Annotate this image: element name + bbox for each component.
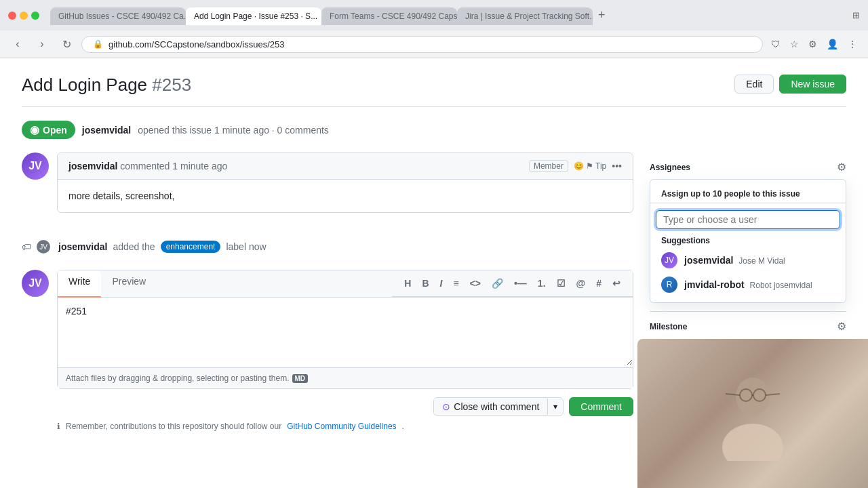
comment-textarea[interactable]: #251 — [58, 298, 633, 365]
page-header: Add Login Page #253 Edit New issue — [22, 58, 846, 107]
extensions-button[interactable]: ⚙ — [806, 36, 820, 52]
header-actions: Edit New issue — [734, 75, 846, 94]
browser-tab-2[interactable]: Add Login Page · Issue #253 · S... ✕ — [186, 7, 321, 25]
browser-tab-3[interactable]: Form Teams - CSCE 490/492 Caps... — [321, 7, 457, 25]
url-text: github.com/SCCapstone/sandbox/issues/253 — [108, 39, 284, 49]
suggestions-label: Suggestions — [650, 233, 846, 248]
task-list-button[interactable]: ☑ — [553, 276, 570, 291]
editor-container: Write Preview H B I ≡ <> 🔗 •— — [57, 270, 633, 436]
assignees-section: Assignees ⚙ Assign up to 10 people to th… — [650, 152, 846, 312]
suggestion-avatar-robot: R — [661, 277, 677, 293]
nav-actions: 🛡 ☆ ⚙ 👤 ⋮ — [768, 36, 860, 52]
milestone-gear-button[interactable]: ⚙ — [837, 320, 846, 333]
maximize-window-button[interactable] — [31, 12, 39, 20]
more-options-button[interactable]: ••• — [612, 161, 622, 171]
reference-button[interactable]: # — [592, 276, 606, 291]
code-button[interactable]: <> — [466, 276, 485, 291]
tip-label: ⚑ Tip — [586, 161, 606, 171]
suggestion-josemvidal[interactable]: JV josemvidal Jose M Vidal — [650, 248, 846, 272]
markdown-icon: MD — [292, 374, 309, 383]
comment-container: josemvidal commented 1 minute ago Member… — [57, 152, 633, 224]
member-badge: Member — [529, 160, 568, 172]
heading-button[interactable]: H — [400, 276, 415, 291]
tag-icon: 🏷 — [22, 241, 31, 252]
suggestion-avatar-jv: JV — [661, 252, 677, 268]
assignees-section-title: Assignees ⚙ — [650, 161, 846, 174]
comment-button[interactable]: Comment — [569, 397, 633, 416]
suggestion-info-jv: josemvidal Jose M Vidal — [684, 255, 785, 266]
dropdown-header: Assign up to 10 people to this issue — [650, 185, 846, 203]
browser-tabs: GitHub Issues - CSCE 490/492 Ca... Add L… — [50, 5, 847, 25]
comment-time: commented 1 minute ago — [120, 161, 227, 171]
assignee-search-input[interactable] — [656, 210, 840, 229]
write-tab[interactable]: Write — [58, 270, 101, 298]
browser-controls: ⊞ — [852, 10, 860, 20]
comment-section: JV josemvidal commented 1 minute ago Mem… — [22, 152, 633, 224]
window-controls — [8, 12, 39, 20]
assignees-dropdown: Assign up to 10 people to this issue Sug… — [650, 179, 846, 303]
assignees-label: Assignees — [650, 163, 690, 172]
activity-item: 🏷 JV josemvidal added the enhancement la… — [22, 235, 633, 259]
new-tab-button[interactable]: + — [593, 5, 611, 25]
webcam-placeholder — [637, 339, 868, 485]
label-tag[interactable]: enhancement — [161, 241, 221, 253]
issue-author[interactable]: josemvidal — [82, 125, 131, 136]
browser-tab-4[interactable]: Jira | Issue & Project Tracking Soft... — [457, 7, 593, 25]
issue-opened-text: opened this issue 1 minute ago · 0 comme… — [138, 125, 329, 136]
bold-button[interactable]: B — [418, 276, 433, 291]
community-guidelines-link[interactable]: GitHub Community Guidelines — [287, 422, 396, 431]
ordered-list-button[interactable]: 1. — [534, 276, 550, 291]
close-comment-dropdown-button[interactable]: ▾ — [547, 399, 563, 415]
menu-button[interactable]: ⋮ — [845, 36, 860, 52]
back-button[interactable]: ‹ — [8, 35, 27, 54]
browser-window: GitHub Issues - CSCE 490/492 Ca... Add L… — [0, 0, 868, 58]
assignees-gear-button[interactable]: ⚙ — [837, 161, 846, 174]
comment-body: more details, screenshot, — [58, 180, 633, 212]
comment-author-info: josemvidal commented 1 minute ago — [68, 161, 227, 171]
preview-tab[interactable]: Preview — [101, 270, 157, 297]
italic-button[interactable]: I — [436, 276, 447, 291]
attach-note: Attach files by dragging & dropping, sel… — [66, 373, 308, 383]
tab-label-4: Jira | Issue & Project Tracking Soft... — [465, 12, 593, 21]
editor-avatar: JV — [22, 270, 49, 297]
mention-button[interactable]: @ — [572, 276, 590, 291]
check-circle-icon: ⊙ — [442, 401, 450, 412]
tab-label-2: Add Login Page · Issue #253 · S... — [194, 12, 317, 21]
address-bar[interactable]: 🔒 github.com/SCCapstone/sandbox/issues/2… — [81, 36, 763, 53]
page-title: Add Login Page #253 — [22, 75, 191, 96]
shield-icon[interactable]: 🛡 — [768, 36, 783, 52]
status-badge: ◉ Open — [22, 121, 75, 139]
community-notice: ℹ Remember, contributions to this reposi… — [57, 416, 633, 436]
info-icon: ℹ — [57, 422, 60, 431]
list-button[interactable]: ≡ — [449, 276, 462, 291]
bookmark-button[interactable]: ☆ — [787, 36, 802, 52]
editor-tabs: Write Preview H B I ≡ <> 🔗 •— — [58, 270, 633, 298]
browser-nav: ‹ › ↻ 🔒 github.com/SCCapstone/sandbox/is… — [0, 30, 868, 58]
security-icon: 🔒 — [93, 39, 103, 49]
minimize-window-button[interactable] — [20, 12, 28, 20]
forward-button[interactable]: › — [33, 35, 52, 54]
reply-button[interactable]: ↩ — [608, 276, 625, 291]
edit-button[interactable]: Edit — [734, 75, 774, 94]
open-circle-icon: ◉ — [30, 123, 39, 136]
browser-titlebar: GitHub Issues - CSCE 490/492 Ca... Add L… — [0, 0, 868, 30]
unordered-list-button[interactable]: •— — [510, 276, 531, 291]
reload-button[interactable]: ↻ — [57, 35, 76, 54]
toolbar-spacer — [157, 270, 392, 297]
activity-author[interactable]: josemvidal — [58, 241, 107, 252]
browser-tab-1[interactable]: GitHub Issues - CSCE 490/492 Ca... — [50, 7, 186, 25]
suggestion-jmvidal-robot[interactable]: R jmvidal-robot Robot josemvidal — [650, 272, 846, 297]
webcam-overlay — [637, 339, 868, 485]
link-button[interactable]: 🔗 — [488, 276, 507, 291]
issue-main: JV josemvidal commented 1 minute ago Mem… — [22, 152, 633, 447]
milestone-label: Milestone — [650, 322, 687, 331]
new-issue-button[interactable]: New issue — [779, 75, 846, 94]
close-window-button[interactable] — [8, 12, 16, 20]
close-with-comment-button[interactable]: ⊙ Close with comment — [434, 398, 547, 415]
profile-button[interactable]: 👤 — [824, 36, 841, 52]
close-with-comment-group: ⊙ Close with comment ▾ — [433, 397, 564, 416]
comment-header: josemvidal commented 1 minute ago Member… — [58, 153, 633, 180]
svg-point-1 — [722, 424, 783, 461]
tab-label-1: GitHub Issues - CSCE 490/492 Ca... — [58, 12, 186, 21]
extensions-icon: ⊞ — [852, 10, 860, 20]
